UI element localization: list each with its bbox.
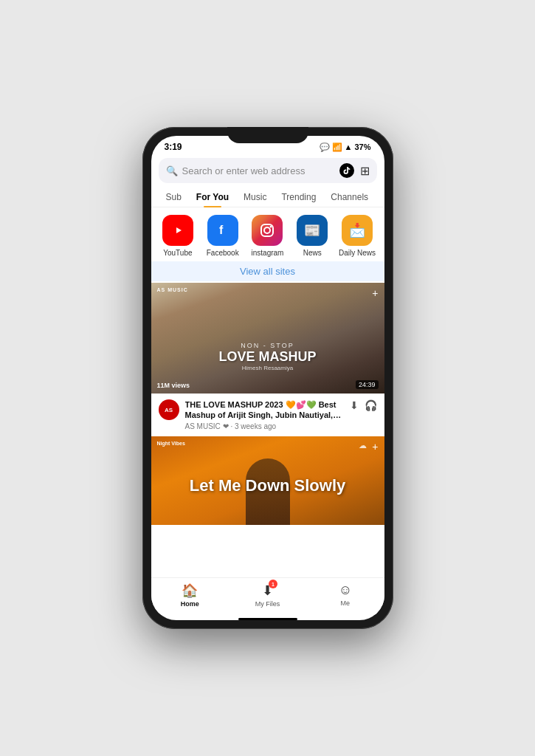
tab-for-you[interactable]: For You: [189, 188, 236, 207]
video-plus-2: +: [372, 441, 378, 453]
tab-music[interactable]: Music: [236, 188, 274, 207]
video-subtitle: NON - STOP: [151, 342, 384, 349]
instagram-label: instagram: [252, 249, 284, 257]
news-icon: 📰: [297, 215, 328, 246]
me-label: Me: [341, 599, 351, 607]
nav-my-files[interactable]: ⬇ 1 My Files: [229, 583, 306, 608]
site-facebook[interactable]: f Facebook: [203, 215, 243, 257]
battery-text: 37%: [354, 142, 370, 151]
whatsapp-icon: 💬: [320, 142, 330, 152]
wifi-icon: ▲: [345, 142, 353, 151]
instagram-icon: [252, 215, 283, 246]
headphones-icon[interactable]: 🎧: [365, 399, 377, 411]
phone-frame: 3:19 💬 📶 ▲ 37% 🔍 Search or enter web add…: [142, 127, 393, 629]
my-files-badge-wrap: ⬇ 1: [262, 583, 273, 599]
download-icon[interactable]: ⬇: [350, 399, 359, 411]
my-files-badge: 1: [269, 580, 277, 588]
youtube-icon: [162, 215, 193, 246]
me-icon: ☺: [339, 583, 352, 598]
bottom-nav: 🏠 Home ⬇ 1 My Files ☺ Me: [151, 577, 384, 615]
view-all-sites[interactable]: View all sites: [151, 261, 384, 281]
video-overlay-1: NON - STOP LOVE MASHUP Himesh Resaamiya: [151, 342, 384, 371]
content-area: AS MUSIC + NON - STOP LOVE MASHUP Himesh…: [151, 283, 384, 577]
news-label: News: [303, 249, 322, 257]
svg-text:f: f: [219, 224, 224, 236]
my-files-label: My Files: [255, 600, 280, 608]
status-time: 3:19: [165, 142, 182, 152]
video-author-sig: Himesh Resaamiya: [151, 365, 384, 371]
video-plus-1: +: [372, 287, 378, 299]
site-news[interactable]: 📰 News: [292, 215, 332, 257]
status-icons: 💬 📶 ▲ 37%: [320, 142, 371, 152]
daily-news-icon: 📩: [342, 215, 373, 246]
search-right-icons: ⊞: [339, 163, 370, 178]
cloud-icon: ☁: [359, 441, 367, 450]
nav-home[interactable]: 🏠 Home: [151, 583, 229, 608]
tab-sub[interactable]: Sub: [159, 188, 189, 207]
video-actions-1: ⬇ 🎧: [350, 399, 377, 411]
video-card-2[interactable]: Night Vibes ☁ + Let Me Down Slowly: [151, 436, 384, 525]
phone-screen: 3:19 💬 📶 ▲ 37% 🔍 Search or enter web add…: [151, 136, 384, 620]
facebook-icon: f: [207, 215, 238, 246]
video-duration-1: 24:39: [356, 380, 379, 389]
youtube-label: YouTube: [163, 249, 192, 257]
channel-avatar-1: AS: [159, 399, 179, 420]
video-title-1: THE LOVE MASHUP 2023 🧡💕💚 Best Mashup of …: [185, 399, 344, 421]
notch: [227, 127, 308, 143]
video-badge-1: AS MUSIC: [157, 287, 188, 292]
tiktok-icon[interactable]: [339, 163, 354, 178]
svg-point-5: [270, 226, 272, 228]
site-daily-news[interactable]: 📩 Daily News: [337, 215, 377, 257]
search-placeholder[interactable]: Search or enter web address: [182, 165, 335, 176]
qr-icon[interactable]: ⊞: [360, 164, 370, 178]
site-youtube[interactable]: YouTube: [158, 215, 198, 257]
video-title-overlay: LOVE MASHUP: [151, 349, 384, 365]
video-views-1: 11M views: [157, 382, 190, 389]
tab-channels[interactable]: Channels: [323, 188, 376, 207]
svg-point-4: [264, 227, 270, 233]
site-instagram[interactable]: instagram: [247, 215, 287, 257]
video-meta-1: AS MUSIC ❤ · 3 weeks ago: [185, 422, 344, 430]
nav-me[interactable]: ☺ Me: [306, 583, 384, 608]
daily-news-label: Daily News: [339, 249, 376, 257]
video-thumbnail-1: AS MUSIC + NON - STOP LOVE MASHUP Himesh…: [151, 283, 384, 394]
video-card-1[interactable]: AS MUSIC + NON - STOP LOVE MASHUP Himesh…: [151, 283, 384, 436]
video-details-1: THE LOVE MASHUP 2023 🧡💕💚 Best Mashup of …: [185, 399, 344, 430]
video-title-overlay-2: Let Me Down Slowly: [159, 476, 377, 495]
search-bar[interactable]: 🔍 Search or enter web address ⊞: [159, 158, 377, 183]
video-info-1: AS THE LOVE MASHUP 2023 🧡💕💚 Best Mashup …: [151, 394, 384, 436]
facebook-label: Facebook: [207, 249, 239, 257]
home-bar: [238, 618, 297, 620]
search-icon: 🔍: [166, 165, 178, 176]
signal-icon: 📶: [332, 142, 342, 152]
tab-trending[interactable]: Trending: [274, 188, 323, 207]
home-icon: 🏠: [182, 583, 198, 599]
tabs-row: Sub For You Music Trending Channels: [151, 188, 384, 207]
video-thumbnail-2: Night Vibes ☁ + Let Me Down Slowly: [151, 436, 384, 525]
video-badge-2: Night Vibes: [157, 441, 185, 446]
sites-row: YouTube f Facebook instag: [151, 207, 384, 260]
home-label: Home: [181, 600, 199, 608]
